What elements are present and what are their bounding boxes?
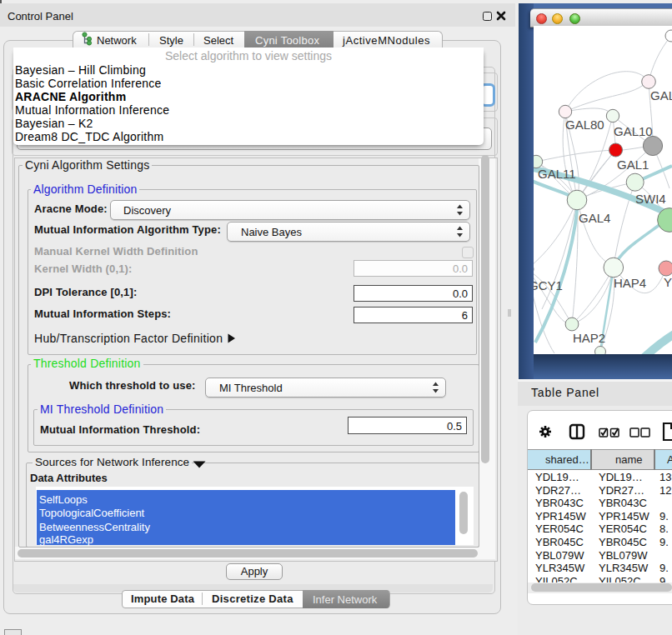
svg-text:Y: Y bbox=[664, 275, 672, 289]
svg-text:SWI4: SWI4 bbox=[635, 192, 666, 206]
svg-text:HAP2: HAP2 bbox=[573, 331, 605, 345]
svg-text:GAL80: GAL80 bbox=[565, 118, 604, 132]
svg-text:HAP4: HAP4 bbox=[614, 276, 646, 290]
svg-text:GAL1: GAL1 bbox=[617, 158, 649, 172]
svg-text:GAL: GAL bbox=[650, 88, 672, 102]
svg-text:GAL10: GAL10 bbox=[614, 124, 653, 138]
svg-text:GCY1: GCY1 bbox=[534, 278, 563, 292]
svg-text:GAL4: GAL4 bbox=[579, 211, 610, 225]
svg-text:GAL11: GAL11 bbox=[538, 167, 576, 181]
